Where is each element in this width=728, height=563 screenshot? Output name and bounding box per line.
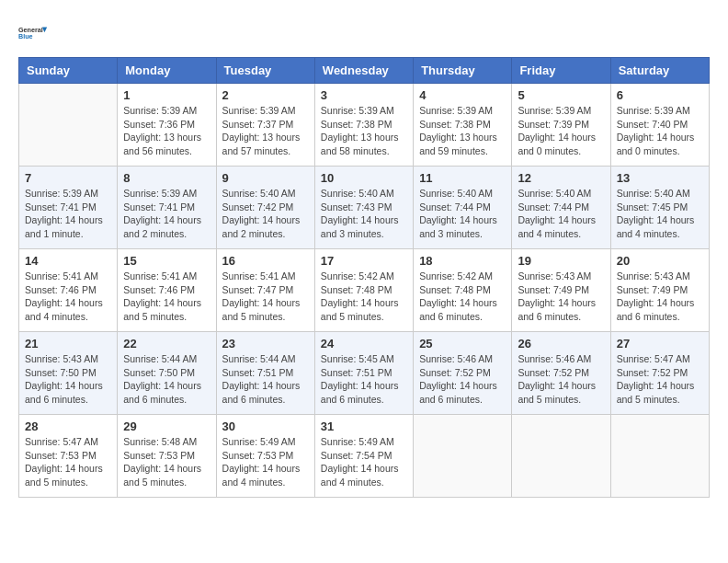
day-number: 23 — [222, 337, 309, 350]
logo-icon: GeneralBlue — [18, 18, 48, 48]
day-number: 1 — [123, 88, 210, 102]
calendar-cell: 23Sunrise: 5:44 AM Sunset: 7:51 PM Dayli… — [216, 332, 314, 415]
calendar-cell: 20Sunrise: 5:43 AM Sunset: 7:49 PM Dayli… — [610, 249, 709, 332]
day-info: Sunrise: 5:40 AM Sunset: 7:43 PM Dayligh… — [321, 187, 407, 241]
calendar-body: 1Sunrise: 5:39 AM Sunset: 7:36 PM Daylig… — [19, 84, 710, 498]
calendar-cell: 12Sunrise: 5:40 AM Sunset: 7:44 PM Dayli… — [512, 167, 610, 249]
day-info: Sunrise: 5:40 AM Sunset: 7:42 PM Dayligh… — [222, 187, 309, 241]
day-info: Sunrise: 5:46 AM Sunset: 7:52 PM Dayligh… — [518, 352, 604, 407]
day-number: 4 — [419, 88, 506, 102]
day-info: Sunrise: 5:40 AM Sunset: 7:44 PM Dayligh… — [419, 187, 506, 241]
calendar-week-row: 21Sunrise: 5:43 AM Sunset: 7:50 PM Dayli… — [19, 332, 710, 415]
day-info: Sunrise: 5:48 AM Sunset: 7:53 PM Dayligh… — [123, 435, 210, 489]
day-number: 29 — [123, 419, 210, 433]
day-number: 19 — [518, 254, 604, 268]
calendar-cell: 3Sunrise: 5:39 AM Sunset: 7:38 PM Daylig… — [314, 84, 413, 167]
calendar-cell: 7Sunrise: 5:39 AM Sunset: 7:41 PM Daylig… — [19, 167, 118, 249]
day-number: 9 — [222, 171, 309, 185]
page-header: GeneralBlue — [18, 18, 710, 48]
svg-text:Blue: Blue — [18, 32, 33, 40]
day-info: Sunrise: 5:39 AM Sunset: 7:39 PM Dayligh… — [518, 104, 604, 158]
day-number: 28 — [25, 419, 111, 433]
day-number: 22 — [123, 337, 210, 350]
calendar-cell — [19, 84, 118, 167]
day-info: Sunrise: 5:40 AM Sunset: 7:45 PM Dayligh… — [617, 187, 703, 241]
day-number: 15 — [123, 254, 210, 268]
calendar-cell: 1Sunrise: 5:39 AM Sunset: 7:36 PM Daylig… — [118, 84, 216, 167]
calendar-cell — [610, 415, 709, 498]
calendar-cell: 10Sunrise: 5:40 AM Sunset: 7:43 PM Dayli… — [314, 167, 413, 249]
calendar-header-row: SundayMondayTuesdayWednesdayThursdayFrid… — [19, 58, 710, 84]
day-number: 13 — [617, 171, 703, 185]
weekday-header: Tuesday — [216, 58, 314, 84]
day-info: Sunrise: 5:47 AM Sunset: 7:53 PM Dayligh… — [25, 435, 111, 489]
day-number: 25 — [419, 337, 506, 350]
calendar-cell: 15Sunrise: 5:41 AM Sunset: 7:46 PM Dayli… — [118, 249, 216, 332]
day-info: Sunrise: 5:43 AM Sunset: 7:49 PM Dayligh… — [518, 270, 604, 324]
calendar-cell: 25Sunrise: 5:46 AM Sunset: 7:52 PM Dayli… — [414, 332, 512, 415]
day-info: Sunrise: 5:41 AM Sunset: 7:47 PM Dayligh… — [222, 270, 309, 324]
day-number: 2 — [222, 88, 309, 102]
day-number: 27 — [617, 337, 703, 350]
day-number: 21 — [25, 337, 111, 350]
day-info: Sunrise: 5:42 AM Sunset: 7:48 PM Dayligh… — [321, 270, 407, 324]
day-number: 7 — [25, 171, 111, 185]
day-info: Sunrise: 5:39 AM Sunset: 7:37 PM Dayligh… — [222, 104, 309, 158]
day-number: 11 — [419, 171, 506, 185]
day-info: Sunrise: 5:40 AM Sunset: 7:44 PM Dayligh… — [518, 187, 604, 241]
weekday-header: Sunday — [19, 58, 118, 84]
day-number: 5 — [518, 88, 604, 102]
calendar-cell: 28Sunrise: 5:47 AM Sunset: 7:53 PM Dayli… — [19, 415, 118, 498]
calendar-cell: 22Sunrise: 5:44 AM Sunset: 7:50 PM Dayli… — [118, 332, 216, 415]
day-number: 8 — [123, 171, 210, 185]
calendar-cell: 16Sunrise: 5:41 AM Sunset: 7:47 PM Dayli… — [216, 249, 314, 332]
day-info: Sunrise: 5:49 AM Sunset: 7:53 PM Dayligh… — [222, 435, 309, 489]
day-number: 17 — [321, 254, 407, 268]
day-number: 20 — [617, 254, 703, 268]
day-number: 10 — [321, 171, 407, 185]
calendar-cell: 11Sunrise: 5:40 AM Sunset: 7:44 PM Dayli… — [414, 167, 512, 249]
weekday-header: Friday — [512, 58, 610, 84]
weekday-header: Monday — [118, 58, 216, 84]
calendar-cell — [414, 415, 512, 498]
day-info: Sunrise: 5:43 AM Sunset: 7:49 PM Dayligh… — [617, 270, 703, 324]
day-number: 18 — [419, 254, 506, 268]
logo: GeneralBlue — [18, 18, 48, 48]
day-info: Sunrise: 5:42 AM Sunset: 7:48 PM Dayligh… — [419, 270, 506, 324]
day-info: Sunrise: 5:41 AM Sunset: 7:46 PM Dayligh… — [123, 270, 210, 324]
calendar-cell: 13Sunrise: 5:40 AM Sunset: 7:45 PM Dayli… — [610, 167, 709, 249]
calendar-cell: 19Sunrise: 5:43 AM Sunset: 7:49 PM Dayli… — [512, 249, 610, 332]
weekday-header: Saturday — [610, 58, 709, 84]
calendar-cell: 17Sunrise: 5:42 AM Sunset: 7:48 PM Dayli… — [314, 249, 413, 332]
day-number: 31 — [321, 419, 407, 433]
calendar-cell: 21Sunrise: 5:43 AM Sunset: 7:50 PM Dayli… — [19, 332, 118, 415]
day-info: Sunrise: 5:47 AM Sunset: 7:52 PM Dayligh… — [617, 352, 703, 407]
calendar-cell: 6Sunrise: 5:39 AM Sunset: 7:40 PM Daylig… — [610, 84, 709, 167]
day-number: 26 — [518, 337, 604, 350]
calendar-cell: 31Sunrise: 5:49 AM Sunset: 7:54 PM Dayli… — [314, 415, 413, 498]
calendar-cell: 18Sunrise: 5:42 AM Sunset: 7:48 PM Dayli… — [414, 249, 512, 332]
calendar-cell: 14Sunrise: 5:41 AM Sunset: 7:46 PM Dayli… — [19, 249, 118, 332]
day-info: Sunrise: 5:39 AM Sunset: 7:41 PM Dayligh… — [123, 187, 210, 241]
day-info: Sunrise: 5:46 AM Sunset: 7:52 PM Dayligh… — [419, 352, 506, 407]
day-number: 6 — [617, 88, 703, 102]
weekday-header: Thursday — [414, 58, 512, 84]
calendar-cell: 29Sunrise: 5:48 AM Sunset: 7:53 PM Dayli… — [118, 415, 216, 498]
calendar-week-row: 7Sunrise: 5:39 AM Sunset: 7:41 PM Daylig… — [19, 167, 710, 249]
calendar-cell: 30Sunrise: 5:49 AM Sunset: 7:53 PM Dayli… — [216, 415, 314, 498]
day-info: Sunrise: 5:39 AM Sunset: 7:40 PM Dayligh… — [617, 104, 703, 158]
calendar-week-row: 28Sunrise: 5:47 AM Sunset: 7:53 PM Dayli… — [19, 415, 710, 498]
calendar-cell: 4Sunrise: 5:39 AM Sunset: 7:38 PM Daylig… — [414, 84, 512, 167]
calendar-week-row: 14Sunrise: 5:41 AM Sunset: 7:46 PM Dayli… — [19, 249, 710, 332]
day-info: Sunrise: 5:39 AM Sunset: 7:41 PM Dayligh… — [25, 187, 111, 241]
calendar-cell: 9Sunrise: 5:40 AM Sunset: 7:42 PM Daylig… — [216, 167, 314, 249]
calendar-cell: 5Sunrise: 5:39 AM Sunset: 7:39 PM Daylig… — [512, 84, 610, 167]
calendar-cell — [512, 415, 610, 498]
calendar-week-row: 1Sunrise: 5:39 AM Sunset: 7:36 PM Daylig… — [19, 84, 710, 167]
weekday-header: Wednesday — [314, 58, 413, 84]
day-number: 16 — [222, 254, 309, 268]
day-number: 24 — [321, 337, 407, 350]
day-number: 12 — [518, 171, 604, 185]
day-number: 3 — [321, 88, 407, 102]
calendar-cell: 2Sunrise: 5:39 AM Sunset: 7:37 PM Daylig… — [216, 84, 314, 167]
